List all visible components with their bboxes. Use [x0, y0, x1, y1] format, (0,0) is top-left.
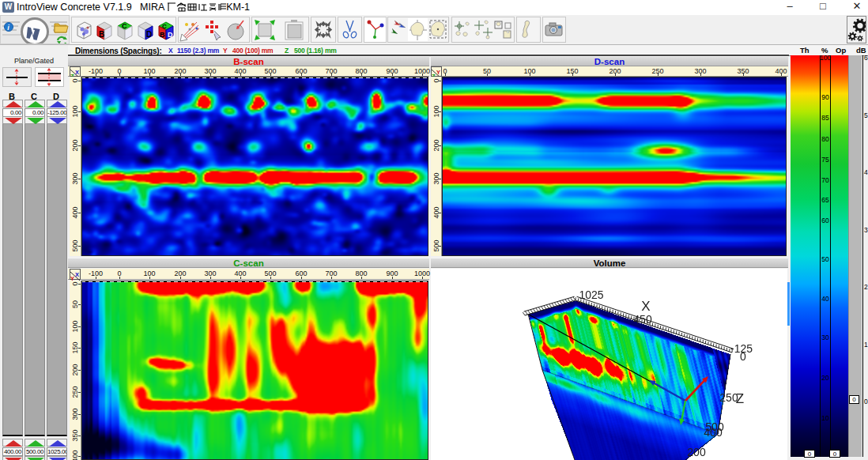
svg-text:C: C: [122, 22, 127, 30]
svg-text:B: B: [99, 30, 104, 39]
svg-text:Y: Y: [70, 275, 74, 281]
svg-text:B: B: [160, 31, 165, 39]
svg-text:D: D: [146, 30, 152, 39]
svg-text:X: X: [75, 70, 79, 76]
svg-text:D: D: [168, 31, 173, 39]
svg-text:Y: Y: [436, 70, 440, 76]
svg-text:C: C: [162, 23, 167, 30]
svg-text:X: X: [75, 272, 79, 278]
